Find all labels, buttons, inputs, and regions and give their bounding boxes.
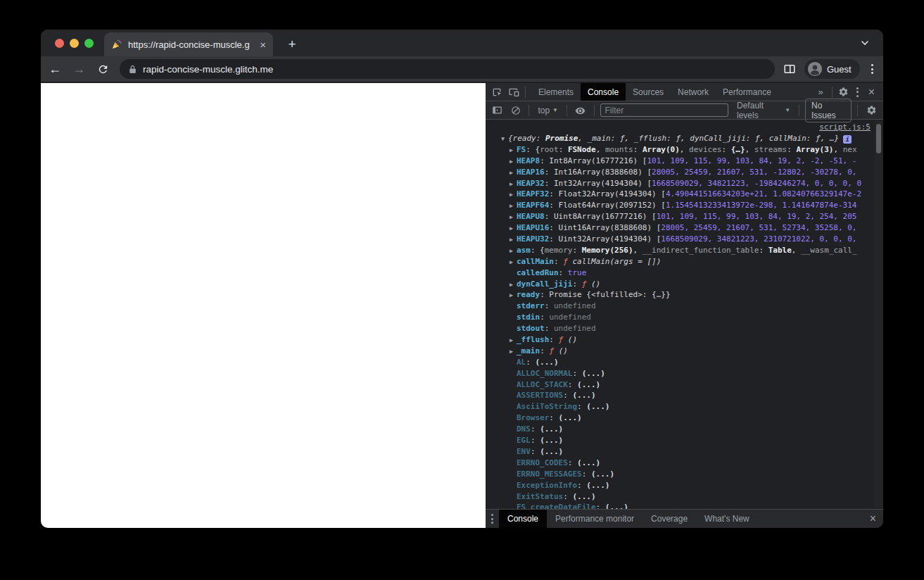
devtools-tab-console[interactable]: Console (581, 83, 626, 101)
devtools-close-icon[interactable]: × (863, 86, 880, 99)
console-text-segment[interactable]: (...) (605, 503, 628, 509)
console-text-segment: callMain (517, 257, 554, 266)
console-row[interactable]: ▶HEAP8: Int8Array(16777216) [101, 109, 1… (486, 156, 883, 167)
console-row[interactable]: ▶_fflush: ƒ () (486, 334, 883, 346)
console-text-segment: : (582, 469, 591, 479)
browser-menu-icon[interactable] (868, 64, 876, 74)
clear-console-icon[interactable] (508, 103, 524, 118)
console-text-segment: : { (531, 246, 545, 255)
profile-button[interactable]: Guest (804, 59, 860, 79)
console-text-segment[interactable]: (...) (582, 369, 605, 378)
devtools-tab-sources[interactable]: Sources (626, 83, 671, 101)
forward-button[interactable]: → (69, 59, 89, 79)
expand-arrow-icon[interactable]: ▶ (510, 168, 517, 178)
console-text-segment[interactable]: (...) (536, 358, 559, 367)
macos-window-controls[interactable] (55, 39, 94, 48)
more-tabs-button[interactable]: » (812, 87, 828, 97)
inspect-element-icon[interactable] (488, 84, 505, 100)
expand-arrow-icon[interactable]: ▶ (510, 234, 517, 245)
console-text-segment[interactable]: (...) (586, 402, 609, 411)
browser-tab[interactable]: https://rapid-concise-muscle.g × (104, 32, 273, 56)
console-row[interactable]: ▶asm: {memory: Memory(256), __indirect_f… (486, 245, 883, 256)
console-row[interactable]: ▶dynCall_jiji: ƒ () (486, 279, 883, 290)
console-row[interactable]: ▶ready: Promise {<fulfilled>: {…}} (486, 289, 883, 301)
expand-arrow-icon[interactable]: ▶ (510, 223, 517, 234)
drawer-menu-icon[interactable] (486, 514, 499, 524)
console-settings-gear-icon[interactable] (863, 103, 879, 118)
console-row[interactable]: ▶HEAPF64: Float64Array(2097152) [1.15454… (486, 200, 883, 211)
source-location-link[interactable]: script.js:5 (819, 122, 871, 132)
no-issues-button[interactable]: No Issues (805, 99, 852, 122)
expand-arrow-icon[interactable]: ▶ (510, 156, 517, 167)
drawer-tab-what-s-new[interactable]: What's New (696, 510, 758, 528)
console-text-segment: stderr (517, 301, 545, 310)
console-row[interactable]: ▶FS: {root: FSNode, mounts: Array(0), de… (486, 144, 883, 156)
console-text-segment[interactable]: (...) (540, 424, 563, 434)
devtools-tab-elements[interactable]: Elements (531, 83, 581, 101)
console-filter-input[interactable] (600, 103, 729, 117)
console-text-segment[interactable]: (...) (586, 481, 609, 490)
console-text-segment[interactable]: (...) (572, 492, 595, 501)
console-text-segment[interactable]: (...) (577, 380, 600, 389)
log-levels-dropdown[interactable]: Default levels▼ (734, 101, 793, 120)
expand-arrow-icon[interactable]: ▶ (510, 335, 517, 346)
close-window-button[interactable] (55, 39, 64, 48)
console-row[interactable]: ▶HEAPU16: Uint16Array(8388608) [28005, 2… (486, 222, 883, 234)
console-text-segment: ALLOC_NORMAL (517, 369, 572, 378)
expand-arrow-icon[interactable]: ▶ (510, 201, 517, 211)
tab-search-chevron-icon[interactable] (859, 37, 871, 49)
drawer-tab-coverage[interactable]: Coverage (643, 510, 696, 528)
expand-arrow-icon[interactable]: ▶ (510, 279, 517, 290)
devtools-menu-icon[interactable] (852, 87, 863, 97)
device-toolbar-icon[interactable] (505, 84, 522, 100)
expand-arrow-icon[interactable]: ▶ (510, 346, 517, 357)
console-text-segment[interactable]: (...) (559, 413, 582, 422)
expand-arrow-icon[interactable]: ▶ (510, 290, 517, 301)
console-text-segment: , (833, 145, 842, 154)
tab-close-icon[interactable]: × (260, 39, 266, 50)
console-row[interactable]: ▶callMain: ƒ callMain(args = []) (486, 256, 883, 267)
console-text-segment[interactable]: (...) (591, 469, 614, 479)
console-text-segment[interactable]: (...) (540, 447, 563, 456)
expand-arrow-icon[interactable]: ▶ (510, 179, 517, 189)
collapse-arrow-icon[interactable]: ▼ (501, 134, 508, 144)
expand-arrow-icon[interactable]: ▶ (510, 257, 517, 267)
console-text-segment: () (591, 279, 600, 289)
console-scrollbar[interactable] (875, 121, 882, 508)
drawer-close-icon[interactable]: × (863, 512, 883, 525)
context-selector-dropdown[interactable]: top▼ (535, 106, 561, 115)
console-row[interactable]: ▶HEAPU8: Uint8Array(16777216) [101, 109,… (486, 211, 883, 222)
devtools-tab-performance[interactable]: Performance (716, 83, 778, 101)
lock-icon[interactable] (128, 65, 137, 74)
reload-button[interactable] (93, 59, 113, 79)
drawer-tab-console[interactable]: Console (499, 510, 547, 528)
expand-arrow-icon[interactable]: ▶ (510, 246, 517, 256)
console-text-segment: : (540, 313, 549, 322)
minimize-window-button[interactable] (70, 39, 79, 48)
console-row[interactable]: ▶HEAP32: Int32Array(4194304) [1668509029… (486, 178, 883, 189)
drawer-tab-performance-monitor[interactable]: Performance monitor (547, 510, 643, 528)
devtools-tab-network[interactable]: Network (671, 83, 716, 101)
console-text-segment: HEAP32 (517, 179, 545, 188)
devtools-settings-gear-icon[interactable] (835, 84, 852, 100)
live-expression-eye-icon[interactable] (573, 103, 588, 118)
new-tab-button[interactable]: + (283, 35, 301, 53)
console-text-segment[interactable]: (...) (577, 458, 600, 467)
console-row[interactable]: ▼{ready: Promise, _main: ƒ, _fflush: ƒ, … (486, 133, 883, 144)
console-text-segment[interactable]: (...) (572, 391, 595, 400)
side-panel-icon[interactable] (783, 63, 796, 75)
expand-arrow-icon[interactable]: ▶ (510, 145, 517, 156)
fullscreen-window-button[interactable] (84, 39, 94, 48)
console-sidebar-icon[interactable] (490, 103, 505, 118)
expand-arrow-icon[interactable]: ▶ (510, 189, 517, 200)
console-row[interactable]: ▶HEAP16: Int16Array(8388608) [28005, 254… (486, 167, 883, 178)
scrollbar-thumb[interactable] (876, 124, 881, 153)
address-bar[interactable]: rapid-concise-muscle.glitch.me (120, 59, 775, 79)
console-row[interactable]: ▶HEAPF32: Float32Array(4194304) [4.49044… (486, 189, 883, 200)
console-row[interactable]: ▶_main: ƒ () (486, 346, 883, 357)
console-text-segment[interactable]: (...) (540, 436, 563, 445)
url-text[interactable]: rapid-concise-muscle.glitch.me (143, 64, 273, 75)
console-row[interactable]: ▶HEAPU32: Uint32Array(4194304) [16685090… (486, 234, 883, 245)
back-button[interactable]: ← (45, 59, 65, 79)
expand-arrow-icon[interactable]: ▶ (510, 212, 517, 222)
